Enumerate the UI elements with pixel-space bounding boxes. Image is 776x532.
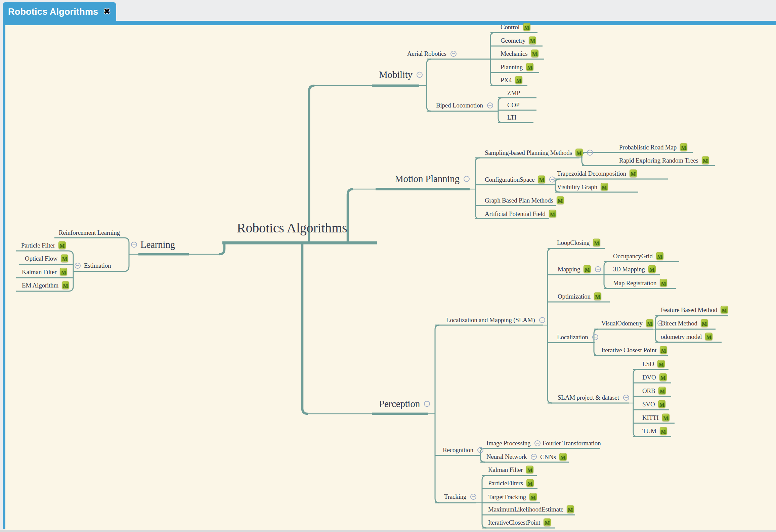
node-particlefilters[interactable]: ParticleFiltersM — [488, 479, 534, 487]
markdown-note-icon[interactable]: M — [60, 268, 67, 276]
node-fourier[interactable]: Fourier Transformation — [543, 440, 601, 447]
collapse-icon[interactable]: − — [595, 266, 601, 272]
node-px4[interactable]: PX4M — [501, 76, 522, 84]
node-slamproj[interactable]: SLAM project & dataset− — [558, 394, 629, 401]
node-cop[interactable]: COP — [507, 101, 519, 109]
node-mechanics[interactable]: MechanicsM — [501, 50, 538, 57]
node-dvo[interactable]: DVOM — [642, 373, 667, 381]
markdown-note-icon[interactable]: M — [662, 414, 670, 422]
markdown-note-icon[interactable]: M — [549, 210, 556, 218]
markdown-note-icon[interactable]: M — [584, 265, 591, 273]
node-mobility[interactable]: Mobility− — [379, 69, 423, 80]
markdown-note-icon[interactable]: M — [658, 387, 666, 395]
node-estimation[interactable]: −Estimation — [75, 262, 111, 269]
node-lti[interactable]: LTI — [507, 114, 516, 121]
markdown-note-icon[interactable]: M — [657, 360, 665, 368]
node-configspace[interactable]: ConfigurationSpaceM− — [485, 176, 555, 183]
node-icp2[interactable]: IterativeClosestPointM — [488, 519, 551, 526]
node-learning[interactable]: −Learning — [131, 239, 175, 250]
markdown-note-icon[interactable]: M — [660, 279, 667, 287]
node-mle[interactable]: MaximumLikelihoodEstimateM — [488, 505, 574, 513]
markdown-note-icon[interactable]: M — [567, 505, 574, 513]
node-icp[interactable]: Iterative Closest PointM — [601, 346, 667, 354]
collapse-icon[interactable]: − — [450, 51, 457, 57]
node-optimization[interactable]: OptimizationM — [558, 293, 601, 300]
node-planning[interactable]: PlanningM — [501, 63, 533, 71]
node-rl[interactable]: Reinforcement Learning — [59, 229, 120, 236]
node-geometry[interactable]: GeometryM — [501, 37, 536, 44]
collapse-icon[interactable]: − — [477, 447, 483, 453]
node-trapezoidal[interactable]: Trapezoidal DecompositionM — [557, 170, 637, 177]
markdown-note-icon[interactable]: M — [705, 333, 713, 341]
node-kalman_tr[interactable]: Kalman FilterM — [488, 466, 533, 474]
collapse-icon[interactable]: − — [470, 494, 476, 500]
collapse-icon[interactable]: − — [539, 317, 545, 323]
node-mapreg[interactable]: Map RegistrationM — [613, 279, 667, 287]
node-recognition[interactable]: Recognition− — [443, 446, 483, 454]
markdown-note-icon[interactable]: M — [646, 319, 653, 327]
node-cnns[interactable]: CNNsM — [540, 453, 567, 461]
markdown-note-icon[interactable]: M — [557, 196, 564, 204]
collapse-icon[interactable]: − — [75, 263, 81, 269]
markdown-note-icon[interactable]: M — [648, 265, 656, 273]
node-direct[interactable]: Direct MethodM — [661, 319, 708, 327]
markdown-note-icon[interactable]: M — [721, 306, 728, 314]
node-sampling[interactable]: Sampling-based Planning MethodsM− — [485, 149, 593, 157]
markdown-note-icon[interactable]: M — [61, 255, 68, 262]
node-loopclosing[interactable]: LoopClosingM — [557, 239, 600, 247]
node-aerial[interactable]: Aerial Robotics− — [407, 50, 457, 57]
collapse-icon[interactable]: − — [131, 241, 137, 248]
node-vo[interactable]: VisualOdometryM− — [601, 319, 663, 327]
markdown-note-icon[interactable]: M — [529, 493, 537, 501]
node-feature[interactable]: Feature Based MethodM — [661, 306, 728, 314]
markdown-note-icon[interactable]: M — [680, 143, 687, 151]
markdown-note-icon[interactable]: M — [559, 453, 567, 461]
node-occupancy[interactable]: OccupancyGridM — [613, 252, 663, 260]
markdown-note-icon[interactable]: M — [58, 241, 66, 249]
node-kalman_est[interactable]: Kalman FilterM — [22, 268, 67, 276]
node-visibility[interactable]: Visibility GraphM — [557, 183, 608, 191]
node-lsd[interactable]: LSDM — [642, 360, 665, 368]
node-odometry[interactable]: odometry modelM — [661, 333, 713, 341]
node-particle[interactable]: Particle FilterM — [21, 241, 66, 249]
node-tum[interactable]: TUMM — [642, 427, 667, 435]
markdown-note-icon[interactable]: M — [660, 346, 667, 354]
markdown-note-icon[interactable]: M — [544, 519, 551, 526]
node-motion[interactable]: Motion Planning− — [395, 173, 470, 184]
markdown-note-icon[interactable]: M — [62, 281, 69, 289]
collapse-icon[interactable]: − — [587, 149, 593, 156]
node-orb[interactable]: ORBM — [642, 387, 666, 395]
markdown-note-icon[interactable]: M — [601, 183, 608, 191]
markdown-note-icon[interactable]: M — [538, 176, 545, 183]
collapse-icon[interactable]: − — [531, 454, 537, 460]
node-rert[interactable]: Rapid Exploring Random TreesM — [619, 157, 709, 164]
markdown-note-icon[interactable]: M — [529, 37, 536, 44]
node-localization[interactable]: Localization− — [557, 334, 598, 341]
markdown-note-icon[interactable]: M — [531, 50, 538, 57]
markdown-note-icon[interactable]: M — [658, 400, 665, 408]
collapse-icon[interactable]: − — [534, 440, 541, 446]
node-imgproc[interactable]: Image Processing− — [486, 440, 541, 447]
node-control[interactable]: ControlM — [501, 23, 530, 31]
collapse-icon[interactable]: − — [417, 72, 423, 78]
markdown-note-icon[interactable]: M — [526, 479, 534, 487]
node-tracking[interactable]: Tracking− — [444, 493, 476, 500]
node-zmp[interactable]: ZMP — [507, 89, 520, 97]
markdown-note-icon[interactable]: M — [526, 466, 533, 474]
node-kitti[interactable]: KITTIM — [642, 414, 670, 422]
collapse-icon[interactable]: − — [487, 102, 493, 108]
markdown-note-icon[interactable]: M — [630, 170, 637, 177]
node-root[interactable]: Robotics Algorithms — [237, 220, 347, 236]
node-biped[interactable]: Biped Locomotion− — [436, 102, 493, 109]
collapse-icon[interactable]: − — [549, 176, 555, 182]
node-graphbased[interactable]: Graph Based Plan MethodsM — [485, 196, 564, 204]
node-apf[interactable]: Artificial Potential FieldM — [485, 210, 556, 218]
node-slam[interactable]: Localization and Mapping (SLAM)− — [446, 316, 545, 324]
collapse-icon[interactable]: − — [464, 176, 470, 182]
node-prm[interactable]: Probablistic Road MapM — [619, 143, 687, 151]
node-targettracking[interactable]: TargetTrackingM — [488, 493, 537, 501]
markdown-note-icon[interactable]: M — [701, 319, 708, 327]
markdown-note-icon[interactable]: M — [575, 149, 583, 157]
node-svo[interactable]: SVOM — [642, 400, 665, 408]
markdown-note-icon[interactable]: M — [526, 63, 533, 71]
